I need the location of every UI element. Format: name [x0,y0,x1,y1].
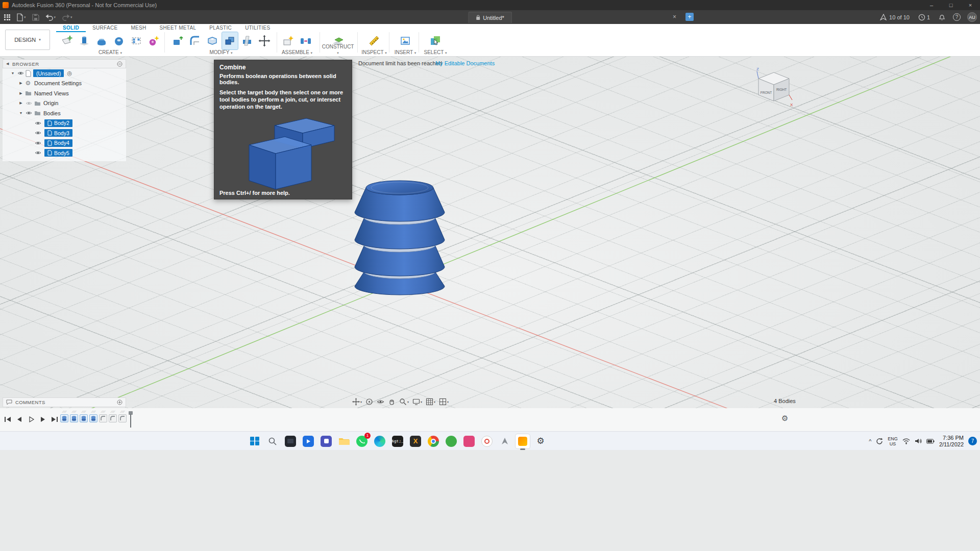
tree-row-origin[interactable]: ▶ Origin [3,98,126,109]
visibility-eye-icon[interactable] [33,141,42,145]
create-sketch-button[interactable] [59,32,75,49]
orbit-button[interactable] [365,398,373,406]
save-button[interactable] [31,12,40,23]
browser-header[interactable]: ◀ BROWSER [3,59,126,68]
job-status-button[interactable]: 10 of 10 [879,12,911,23]
timeline-settings-gear-icon[interactable]: ⚙ [781,414,788,423]
construct-group-label[interactable]: CONSTRUCT ▾ [322,44,354,55]
hidden-icons-chevron[interactable]: ^ [869,438,871,444]
split-body-button[interactable] [239,32,255,49]
tab-plastic[interactable]: PLASTIC [203,24,238,32]
maximize-button[interactable]: □ [941,0,961,10]
notification-count-badge[interactable]: 7 [968,437,977,445]
visibility-eye-icon[interactable] [33,131,42,135]
select-group-label[interactable]: SELECT ▾ [421,49,450,55]
battery-icon[interactable] [926,439,935,444]
create-group-label[interactable]: CREATE ▾ [56,49,164,55]
model-bodies[interactable] [347,168,454,296]
tab-solid[interactable]: SOLID [56,24,86,32]
press-pull-button[interactable] [170,32,186,49]
inspect-group-label[interactable]: INSPECT ▾ [359,49,389,55]
network-icon[interactable] [902,438,910,444]
comments-panel[interactable]: COMMENTS [3,397,126,407]
terminal-button[interactable]: &gt;_ [390,434,405,448]
edge-button[interactable] [373,434,387,448]
step-forward-button[interactable] [38,415,47,424]
new-document-button[interactable]: + [685,13,694,21]
measure-button[interactable] [366,32,382,49]
skip-to-start-button[interactable] [3,415,12,424]
tab-surface[interactable]: SURFACE [86,24,124,32]
move-copy-button[interactable] [257,32,273,49]
select-button[interactable] [428,32,444,49]
timeline-feature-body[interactable]: /// [70,410,78,422]
expand-icon[interactable]: ▶ [18,101,24,105]
look-at-button[interactable] [377,398,384,406]
loft-button[interactable] [94,32,110,49]
tree-row-document-settings[interactable]: ▶ ⚙ Document Settings [3,79,126,89]
combine-button[interactable] [222,32,238,49]
fillet-button[interactable] [187,32,203,49]
visibility-eye-icon[interactable] [33,121,42,126]
play-button[interactable] [27,415,36,424]
file-menu-button[interactable]: ▾ [15,12,27,23]
assemble-group-label[interactable]: ASSEMBLE ▾ [279,49,315,55]
tab-sheet-metal[interactable]: SHEET METAL [153,24,203,32]
circle-app-button[interactable] [480,434,494,448]
tab-utilities[interactable]: UTILITIES [238,24,277,32]
notification-center-button[interactable]: 1 [917,12,931,23]
settings-app-button[interactable]: ⚙ [533,434,548,448]
workspace-selector[interactable]: DESIGN ▾ [5,30,50,50]
revolve-button[interactable] [111,32,127,49]
viewport-canvas[interactable] [0,57,980,431]
document-tab[interactable]: Untitled* [468,12,512,23]
close-document-button[interactable]: × [673,13,676,20]
minimize-button[interactable]: – [922,0,941,10]
body-item[interactable]: Body5 [44,149,72,157]
insert-button[interactable] [398,32,413,49]
expand-icon[interactable]: ▶ [18,81,24,85]
app-grid-button[interactable] [3,12,11,23]
timeline-feature-body[interactable]: /// [60,410,68,422]
tree-row-bodies[interactable]: ▼ Bodies [3,108,126,118]
add-comment-icon[interactable] [117,399,122,405]
whatsapp-button[interactable]: 1 [355,434,369,448]
alerts-button[interactable] [938,12,946,23]
undo-button[interactable]: ▾ [44,12,57,23]
media-app-button[interactable] [301,434,315,448]
body-item[interactable]: Body4 [44,139,72,147]
visibility-eye-icon[interactable] [24,111,33,115]
timeline-feature-fillet[interactable]: /// [99,410,107,422]
task-view-button[interactable] [283,434,298,448]
expand-icon[interactable]: ▼ [10,71,16,75]
tree-row-body4[interactable]: Body4 [3,138,126,148]
zoom-window-button[interactable]: ▾ [399,398,409,406]
joint-button[interactable] [298,32,314,49]
visibility-eye-icon[interactable] [33,151,42,155]
tree-root-row[interactable]: ▼ (Unsaved) ◎ [3,68,126,79]
shell-button[interactable] [205,32,220,49]
fusion-360-taskbar-button[interactable] [516,434,530,448]
x-app-button[interactable]: X [408,434,423,448]
sync-icon[interactable] [876,438,883,445]
language-indicator[interactable]: ENGUS [888,436,898,446]
redo-button[interactable]: ▾ [61,12,74,23]
volume-icon[interactable] [915,438,922,444]
timeline-feature-fillet[interactable]: /// [109,410,117,422]
timeline-feature-body[interactable]: /// [80,410,88,422]
file-explorer-button[interactable] [337,434,351,448]
modify-group-label[interactable]: MODIFY ▾ [166,49,276,55]
tree-row-body3[interactable]: Body3 [3,128,126,138]
activate-document-icon[interactable]: ◎ [67,70,72,77]
close-button[interactable]: × [961,0,980,10]
teams-button[interactable] [319,434,333,448]
timeline-feature-fillet[interactable]: /// [118,410,127,422]
root-document-label[interactable]: (Unsaved) [33,69,64,77]
gray-app-button[interactable] [498,434,512,448]
body-item[interactable]: Body2 [44,119,72,127]
step-back-button[interactable] [15,415,24,424]
skip-to-end-button[interactable] [50,415,59,424]
new-component-button[interactable] [281,32,297,49]
expand-icon[interactable]: ▶ [18,91,24,95]
pattern-button[interactable] [129,32,144,49]
